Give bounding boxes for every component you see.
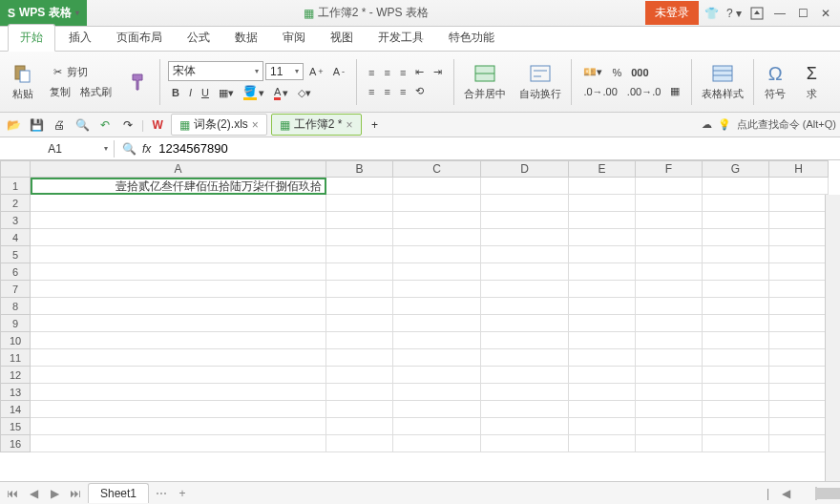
row-header[interactable]: 11 — [0, 349, 31, 367]
sum-button[interactable]: Σ 求 — [794, 60, 829, 103]
ribbon-tab-3[interactable]: 公式 — [176, 25, 221, 51]
row-header[interactable]: 10 — [0, 332, 31, 349]
row-header[interactable]: 1 — [0, 178, 31, 195]
cell[interactable] — [703, 384, 769, 401]
row-header[interactable]: 8 — [0, 298, 31, 315]
cell[interactable] — [703, 435, 769, 452]
align-bottom-button[interactable]: ≡ — [396, 64, 410, 81]
cell[interactable] — [481, 229, 569, 246]
cell[interactable] — [393, 281, 481, 298]
cell[interactable] — [769, 315, 829, 332]
close-icon[interactable]: ✕ — [815, 3, 836, 24]
cell[interactable] — [481, 435, 569, 452]
cell[interactable] — [769, 418, 829, 435]
orientation-button[interactable]: ⟲ — [411, 83, 428, 100]
print-preview-icon[interactable]: 🔍 — [73, 116, 92, 135]
row-header[interactable]: 6 — [0, 263, 31, 281]
symbol-button[interactable]: Ω 符号 — [758, 60, 792, 103]
cell[interactable] — [569, 281, 636, 298]
cell[interactable] — [569, 195, 636, 212]
cell[interactable] — [769, 229, 829, 246]
fill-color-button[interactable]: 🪣▾ — [240, 83, 268, 102]
cell[interactable] — [703, 367, 769, 384]
font-color-button[interactable]: A▾ — [270, 84, 292, 102]
cell[interactable] — [703, 229, 769, 246]
cell[interactable] — [636, 263, 703, 281]
cell[interactable] — [481, 384, 569, 401]
cell[interactable] — [31, 281, 326, 298]
clear-format-button[interactable]: ◇▾ — [294, 84, 315, 101]
cell[interactable] — [703, 349, 769, 367]
cell[interactable] — [481, 349, 569, 367]
maximize-icon[interactable]: ☐ — [792, 3, 813, 24]
cell[interactable] — [326, 298, 393, 315]
cell[interactable] — [569, 384, 636, 401]
decrease-decimal-button[interactable]: .00→.0 — [623, 83, 664, 100]
vertical-scrollbar[interactable] — [825, 195, 840, 481]
cell[interactable] — [481, 178, 569, 195]
cell[interactable] — [703, 418, 769, 435]
cell[interactable] — [636, 195, 703, 212]
cell[interactable] — [703, 281, 769, 298]
cell[interactable] — [31, 384, 326, 401]
cell[interactable] — [636, 246, 703, 263]
ribbon-tab-5[interactable]: 审阅 — [271, 25, 317, 51]
row-header[interactable]: 4 — [0, 229, 31, 246]
cell[interactable] — [636, 349, 703, 367]
cell[interactable] — [326, 401, 393, 418]
cell[interactable] — [569, 401, 636, 418]
cell[interactable] — [569, 298, 636, 315]
font-select[interactable]: 宋体▾ — [168, 61, 263, 81]
cell[interactable] — [31, 315, 326, 332]
increase-decimal-button[interactable]: .0→.00 — [579, 83, 620, 100]
cell[interactable] — [481, 212, 569, 229]
cell[interactable] — [326, 246, 393, 263]
cloud-icon[interactable]: ☁ — [702, 118, 712, 131]
cell[interactable] — [769, 367, 829, 384]
cell[interactable] — [703, 212, 769, 229]
cell[interactable] — [393, 263, 481, 281]
underline-button[interactable]: U — [198, 84, 213, 101]
cell[interactable] — [326, 367, 393, 384]
cell[interactable] — [31, 298, 326, 315]
cell[interactable] — [326, 263, 393, 281]
add-sheet-icon[interactable]: + — [174, 485, 191, 502]
cell[interactable] — [636, 367, 703, 384]
cell[interactable] — [31, 246, 326, 263]
row-header[interactable]: 14 — [0, 401, 31, 418]
cell[interactable] — [769, 298, 829, 315]
ribbon-tab-2[interactable]: 页面布局 — [105, 25, 174, 51]
cell[interactable] — [569, 246, 636, 263]
cell[interactable] — [393, 195, 481, 212]
ribbon-tab-6[interactable]: 视图 — [319, 25, 365, 51]
copy-button[interactable]: 复制 — [46, 83, 74, 101]
cell[interactable] — [481, 401, 569, 418]
sheet-more-icon[interactable]: ⋯ — [153, 485, 170, 502]
cell[interactable] — [393, 435, 481, 452]
cell[interactable] — [326, 195, 393, 212]
cell[interactable] — [31, 263, 326, 281]
cell[interactable] — [326, 178, 393, 195]
row-header[interactable]: 5 — [0, 246, 31, 263]
new-tab-icon[interactable]: + — [366, 116, 385, 135]
cell[interactable] — [326, 332, 393, 349]
col-header[interactable]: H — [769, 160, 829, 178]
redo-icon[interactable]: ↷ — [118, 116, 137, 135]
ribbon-tab-1[interactable]: 插入 — [57, 25, 103, 51]
align-left-button[interactable]: ≡ — [365, 83, 378, 100]
cell[interactable] — [703, 263, 769, 281]
cell[interactable] — [703, 246, 769, 263]
cell[interactable] — [769, 263, 829, 281]
cell[interactable] — [569, 435, 636, 452]
row-header[interactable]: 15 — [0, 418, 31, 435]
border-button[interactable]: ▦▾ — [215, 84, 238, 101]
cell[interactable] — [31, 212, 326, 229]
cell[interactable] — [481, 263, 569, 281]
sheet-tab[interactable]: Sheet1 — [88, 483, 149, 503]
cell[interactable] — [769, 212, 829, 229]
cell[interactable] — [636, 178, 703, 195]
cell[interactable] — [703, 315, 769, 332]
name-box[interactable]: A1 ▾ — [0, 140, 115, 158]
currency-button[interactable]: 💴▾ — [579, 64, 606, 81]
cell[interactable] — [636, 384, 703, 401]
